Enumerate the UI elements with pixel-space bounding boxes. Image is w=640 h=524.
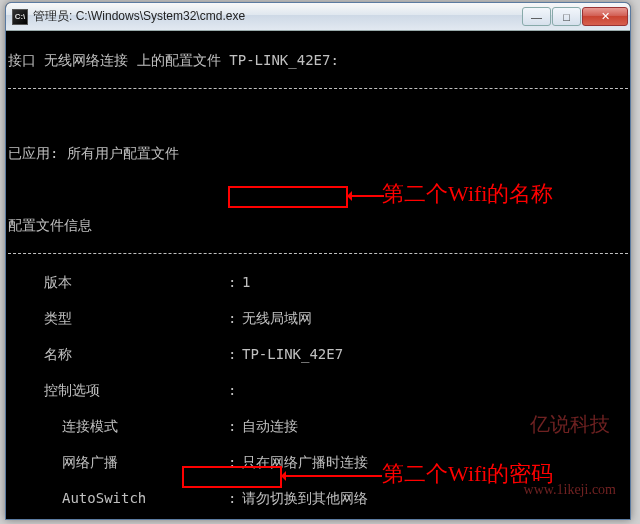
row-autoswitch: AutoSwitch:请勿切换到其他网络: [8, 489, 628, 507]
header-line: 接口 无线网络连接 上的配置文件 TP-LINK_42E7:: [8, 51, 628, 69]
window-controls: — □ ✕: [522, 7, 628, 26]
minimize-button[interactable]: —: [522, 7, 551, 26]
label-type: 类型: [44, 309, 228, 327]
window-title: 管理员: C:\Windows\System32\cmd.exe: [33, 8, 522, 25]
row-control: 控制选项:: [8, 381, 628, 399]
console-output[interactable]: 接口 无线网络连接 上的配置文件 TP-LINK_42E7: 已应用: 所有用户…: [6, 31, 630, 519]
value-broadcast: 只在网络广播时连接: [242, 453, 368, 471]
applied-line: 已应用: 所有用户配置文件: [8, 144, 628, 162]
label-control: 控制选项: [44, 381, 228, 399]
titlebar[interactable]: C:\ 管理员: C:\Windows\System32\cmd.exe — □…: [6, 3, 630, 31]
close-button[interactable]: ✕: [582, 7, 628, 26]
label-version: 版本: [44, 273, 228, 291]
label-conn-mode: 连接模式: [62, 417, 228, 435]
label-name: 名称: [44, 345, 228, 363]
maximize-button[interactable]: □: [552, 7, 581, 26]
blank: [8, 180, 628, 198]
value-version: 1: [242, 273, 250, 291]
blank: [8, 108, 628, 126]
row-conn-mode: 连接模式:自动连接: [8, 417, 628, 435]
value-autoswitch: 请勿切换到其他网络: [242, 489, 368, 507]
divider: [8, 253, 628, 254]
value-conn-mode: 自动连接: [242, 417, 298, 435]
row-name: 名称:TP-LINK_42E7: [8, 345, 628, 363]
row-version: 版本:1: [8, 273, 628, 291]
label-autoswitch: AutoSwitch: [62, 489, 228, 507]
value-name: TP-LINK_42E7: [242, 345, 343, 363]
row-broadcast: 网络广播:只在网络广播时连接: [8, 453, 628, 471]
value-type: 无线局域网: [242, 309, 312, 327]
arrow-icon: [284, 475, 382, 477]
divider: [8, 88, 628, 89]
cmd-icon: C:\: [12, 9, 28, 25]
cmd-window: C:\ 管理员: C:\Windows\System32\cmd.exe — □…: [5, 2, 631, 520]
section-profile-info: 配置文件信息: [8, 216, 628, 234]
label-broadcast: 网络广播: [62, 453, 228, 471]
row-type: 类型:无线局域网: [8, 309, 628, 327]
